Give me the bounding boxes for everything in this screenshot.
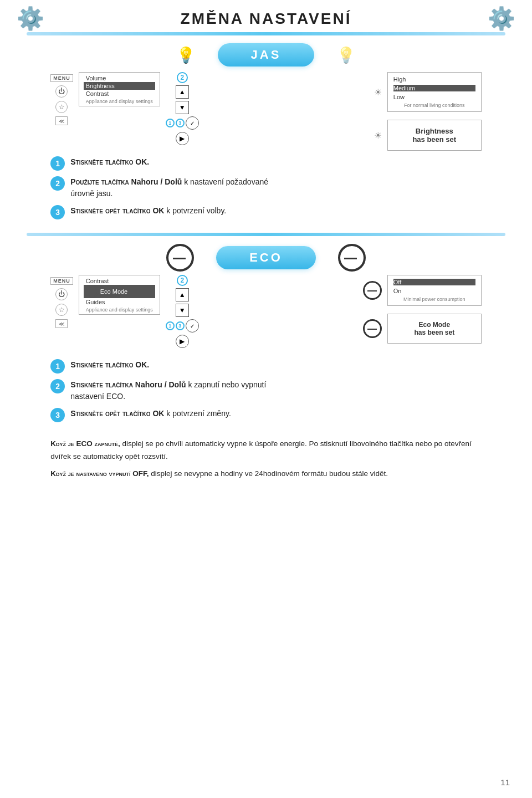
sun-icon-options: ☀ (374, 87, 382, 98)
jas-options-box: High Medium Low For normal living condit… (387, 72, 482, 112)
eco-off-prefix: Když je nastaveno vypnutí OFF, (50, 469, 149, 478)
power-sub-label: Minimal power consumption (398, 295, 471, 303)
eco-right-panel: Off On Minimal power consumption Eco Mod… (293, 275, 482, 422)
option-medium: Medium (393, 85, 475, 91)
eco-step-1-text: Stiskněte tlačítko OK. (70, 359, 149, 371)
sun-icon-status: ☀ (374, 130, 382, 141)
jas-step-2: 2 Použijte tlačítka Nahoru / Dolů k nast… (50, 176, 277, 200)
options-sub-label: For normal living conditions (398, 101, 470, 109)
eco-off-body: displej se nevypne a hodiny ve 24hodinov… (151, 469, 388, 478)
eco-icon-left (166, 244, 194, 272)
up-button[interactable]: ▲ (176, 85, 189, 99)
option-off: Off (393, 279, 475, 285)
eco-step-2-badge-main: 2 (50, 379, 65, 393)
jas-step-controls: 2 ▲ ▼ 1 3 ✓ ▶ (166, 72, 199, 145)
jas-menu-icons: MENU ⏻ ☆ ≪ (50, 74, 73, 125)
jas-menu-box: Volume Brightness Contrast Appliance and… (79, 72, 160, 106)
eco-step-13-badge: 1 (166, 321, 175, 330)
eco-icon-right (338, 244, 366, 272)
eco-back-icon: ≪ (55, 319, 68, 328)
jas-step-1: 1 Stiskněte tlačítko OK. (50, 156, 277, 171)
eco-step-2: 2 Stiskněte tlačítka Nahoru / Dolů k zap… (50, 379, 277, 402)
eco-menu-icons: MENU ⏻ ☆ ≪ (50, 277, 73, 328)
eco-icon-options (363, 281, 382, 300)
eco-step-3-text: Stiskněte opět tlačítko OK k potvrzení z… (70, 408, 231, 420)
menu-item-contrast: Contrast (86, 90, 153, 98)
brightness-set-text: Brightnesshas been set (412, 127, 456, 144)
eco-down-button[interactable]: ▼ (176, 304, 189, 317)
eco-bottom-text: Když je ECO zapnuté, displej se po chvíl… (50, 438, 482, 480)
eco-icon-status (363, 319, 382, 338)
jas-step-3-text: Stiskněte opět tlačítko OK k potvrzení v… (70, 205, 226, 217)
step-13b-badge: 3 (176, 119, 185, 127)
eco-menu-item-appliance: Appliance and display settings (86, 307, 153, 313)
eco-status-box: Eco Modehas been set (387, 314, 482, 344)
eco-step-controls: 2 ▲ ▼ 1 3 ✓ ▶ (166, 275, 199, 348)
gear-right-icon: ⚙️ (488, 6, 515, 32)
page-number: 11 (500, 777, 510, 787)
bulb-left-icon: 💡 (176, 46, 196, 64)
jas-status-box: Brightnesshas been set (387, 120, 482, 151)
eco-menu-item-guides: Guides (86, 298, 153, 306)
eco-section: ECO MENU ⏻ ☆ ≪ Contrast Eco Mode (27, 244, 505, 480)
ok-button[interactable]: ✓ (186, 116, 199, 130)
power-icon: ⏻ (55, 85, 68, 98)
jas-section: 💡 JAS 💡 MENU ⏻ ☆ ≪ Volume Brightness Co (27, 43, 505, 225)
page-title: ZMĚNA NASTAVENÍ (0, 10, 532, 28)
option-high: High (393, 76, 475, 83)
play-button[interactable]: ▶ (176, 132, 189, 145)
header-divider (27, 32, 505, 35)
eco-menu-ui: MENU ⏻ ☆ ≪ Contrast Eco Mode Guides Appl… (50, 275, 277, 348)
eco-menu-item-ecomode: Eco Mode (84, 285, 155, 298)
jas-right-panel: ☀ High Medium Low For normal living cond… (293, 72, 482, 219)
eco-power-icon: ⏻ (55, 288, 68, 300)
eco-step-1: 1 Stiskněte tlačítko OK. (50, 359, 277, 374)
page-header: ⚙️ ZMĚNA NASTAVENÍ ⚙️ (0, 0, 532, 32)
jas-step-1-badge: 1 (50, 156, 65, 171)
back-icon: ≪ (55, 116, 68, 125)
eco-content: MENU ⏻ ☆ ≪ Contrast Eco Mode Guides Appl… (50, 275, 482, 428)
eco-step-1-badge: 1 (50, 359, 65, 374)
down-button[interactable]: ▼ (176, 101, 189, 114)
menu-item-appliance: Appliance and display settings (86, 99, 153, 104)
eco-on-paragraph: Když je ECO zapnuté, displej se po chvíl… (50, 438, 482, 463)
eco-step-3-badge: 3 (50, 408, 65, 422)
jas-step-2-text: Použijte tlačítka Nahoru / Dolů k nastav… (70, 176, 277, 200)
eco-up-button[interactable]: ▲ (176, 288, 189, 301)
eco-off-paragraph: Když je nastaveno vypnutí OFF, displej s… (50, 468, 482, 480)
eco-step-13b-badge: 3 (176, 321, 185, 330)
menu-label: MENU (50, 74, 73, 82)
menu-item-volume: Volume (86, 74, 153, 82)
jas-step-1-text: Stiskněte tlačítko OK. (70, 156, 149, 168)
eco-step-3: 3 Stiskněte opět tlačítko OK k potvrzení… (50, 408, 277, 422)
eco-pill: ECO (216, 246, 316, 269)
eco-pill-row: ECO (27, 244, 505, 272)
eco-menu-item-contrast: Contrast (86, 277, 153, 285)
eco-step-2-text: Stiskněte tlačítka Nahoru / Dolů k zapnu… (70, 379, 277, 402)
eco-star-icon: ☆ (55, 304, 68, 316)
bulb-right-icon: 💡 (336, 46, 356, 64)
eco-step-2-badge: 2 (177, 275, 188, 286)
eco-on-prefix: Když je ECO zapnuté, (50, 439, 120, 448)
jas-menu-ui: MENU ⏻ ☆ ≪ Volume Brightness Contrast Ap… (50, 72, 277, 145)
eco-menu-box: Contrast Eco Mode Guides Appliance and d… (79, 275, 160, 315)
menu-item-brightness: Brightness (84, 82, 155, 90)
step-2-badge: 2 (177, 72, 188, 83)
jas-left-panel: MENU ⏻ ☆ ≪ Volume Brightness Contrast Ap… (50, 72, 277, 219)
jas-step-3-badge: 3 (50, 205, 65, 219)
eco-play-button[interactable]: ▶ (176, 335, 189, 348)
eco-left-panel: MENU ⏻ ☆ ≪ Contrast Eco Mode Guides Appl… (50, 275, 277, 422)
eco-ok-button[interactable]: ✓ (186, 319, 199, 332)
eco-set-text: Eco Modehas been set (414, 321, 454, 336)
eco-options-box: Off On Minimal power consumption (387, 275, 482, 306)
step-13-badge: 1 (166, 119, 175, 127)
eco-steps-list: 1 Stiskněte tlačítko OK. 2 Stiskněte tla… (50, 359, 277, 422)
jas-steps-list: 1 Stiskněte tlačítko OK. 2 Použijte tlač… (50, 156, 277, 219)
jas-pill: JAS (218, 43, 315, 66)
option-low: Low (393, 94, 475, 100)
jas-step-3: 3 Stiskněte opět tlačítko OK k potvrzení… (50, 205, 277, 219)
jas-step-2-badge: 2 (50, 176, 65, 191)
eco-icon-menu (86, 285, 98, 298)
section-divider (27, 233, 505, 236)
eco-menu-label: MENU (50, 277, 73, 285)
